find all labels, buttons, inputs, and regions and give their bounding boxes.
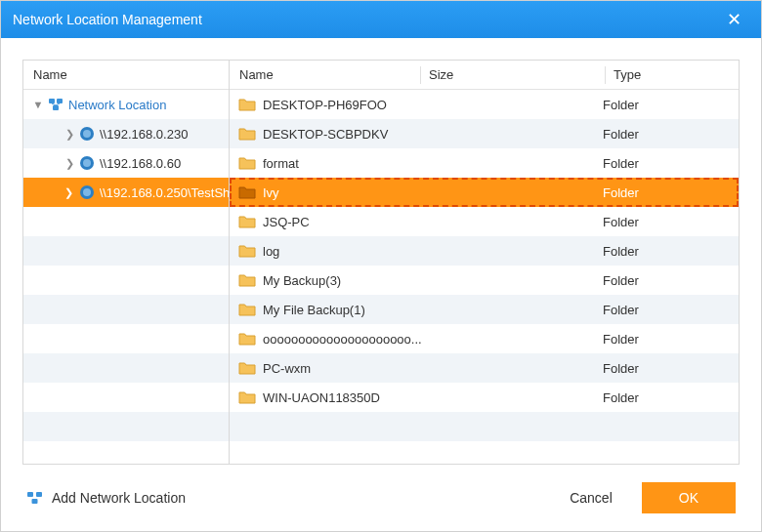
tree-item-label: \\192.168.0.60 xyxy=(100,156,181,171)
file-name: My Backup(3) xyxy=(263,273,427,288)
ok-button[interactable]: OK xyxy=(642,482,736,513)
file-name: JSQ-PC xyxy=(263,215,427,229)
globe-icon xyxy=(78,184,96,201)
file-header-type[interactable]: Type xyxy=(614,67,739,82)
file-type: Folder xyxy=(603,156,739,171)
file-empty-row xyxy=(230,412,739,441)
globe-icon xyxy=(78,154,96,172)
tree-empty-row xyxy=(23,207,229,236)
chevron-right-icon[interactable]: ❯ xyxy=(61,125,78,143)
tree-item-label: \\192.168.0.250\TestSh xyxy=(100,185,229,200)
file-rows: DESKTOP-PH69FOOFolderDESKTOP-SCBPDKVFold… xyxy=(230,90,739,441)
tree-rows: ▼ Network Location ❯ \\192.168.0.230 ❯ xyxy=(23,90,229,441)
add-network-location-label: Add Network Location xyxy=(52,490,186,506)
folder-icon xyxy=(237,329,257,348)
file-row[interactable]: formatFolder xyxy=(230,148,739,178)
add-network-location-button[interactable]: Add Network Location xyxy=(26,490,186,506)
file-row[interactable]: ooooooooooooooooooooo...Folder xyxy=(230,324,739,353)
folder-icon xyxy=(237,212,257,231)
file-row[interactable]: logFolder xyxy=(230,236,739,266)
file-name: ooooooooooooooooooooo... xyxy=(263,332,427,347)
svg-rect-11 xyxy=(27,492,33,497)
title-bar: Network Location Management ✕ xyxy=(1,1,761,38)
tree-empty-row xyxy=(23,236,229,266)
window-title: Network Location Management xyxy=(13,12,202,27)
chevron-right-icon[interactable]: ❯ xyxy=(61,154,78,172)
cancel-button[interactable]: Cancel xyxy=(552,482,630,513)
file-name: Ivy xyxy=(263,185,427,200)
globe-icon xyxy=(78,125,96,143)
close-icon[interactable]: ✕ xyxy=(719,5,749,34)
tree-empty-row xyxy=(23,266,229,295)
file-name: log xyxy=(263,244,427,259)
folder-icon xyxy=(237,358,257,378)
svg-line-3 xyxy=(52,103,56,105)
file-name: PC-wxm xyxy=(263,361,427,376)
file-row[interactable]: My Backup(3)Folder xyxy=(230,266,739,295)
folder-icon xyxy=(237,241,257,261)
file-type: Folder xyxy=(603,361,739,376)
file-type: Folder xyxy=(603,303,739,317)
tree-header-name: Name xyxy=(33,67,67,82)
file-row[interactable]: My File Backup(1)Folder xyxy=(230,295,739,324)
tree-item-label: \\192.168.0.230 xyxy=(100,127,188,142)
file-name: WIN-UAON118350D xyxy=(263,390,427,405)
file-row[interactable]: WIN-UAON118350DFolder xyxy=(230,383,739,412)
file-name: format xyxy=(263,156,427,171)
file-name: DESKTOP-SCBPDKV xyxy=(263,127,427,142)
tree-item-selected[interactable]: ❯ \\192.168.0.250\TestSh xyxy=(23,178,229,207)
footer: Add Network Location Cancel OK xyxy=(1,465,761,531)
column-divider[interactable] xyxy=(420,66,421,84)
svg-rect-1 xyxy=(57,99,63,103)
file-type: Folder xyxy=(603,332,739,347)
svg-rect-2 xyxy=(53,105,59,110)
svg-point-8 xyxy=(83,159,91,167)
chevron-right-icon[interactable]: ❯ xyxy=(61,184,78,201)
file-type: Folder xyxy=(603,185,739,200)
tree-empty-row xyxy=(23,295,229,324)
file-row-selected[interactable]: IvyFolder xyxy=(230,178,739,207)
tree-empty-row xyxy=(23,412,229,441)
file-row[interactable]: DESKTOP-SCBPDKVFolder xyxy=(230,119,739,148)
network-icon xyxy=(47,96,64,113)
tree-pane: Name ▼ Network Location ❯ \\192.168.0.23… xyxy=(22,60,230,465)
file-type: Folder xyxy=(603,215,739,229)
file-header: Name Size Type xyxy=(230,61,739,90)
svg-line-4 xyxy=(56,103,60,105)
folder-icon xyxy=(237,95,257,114)
dialog-window: Network Location Management ✕ Name ▼ Net… xyxy=(0,0,762,532)
file-type: Folder xyxy=(603,98,739,112)
folder-icon xyxy=(237,270,257,290)
svg-point-10 xyxy=(83,188,91,196)
file-name: DESKTOP-PH69FOO xyxy=(263,98,427,112)
file-pane: Name Size Type DESKTOP-PH69FOOFolderDESK… xyxy=(230,60,740,465)
tree-item[interactable]: ❯ \\192.168.0.230 xyxy=(23,119,229,148)
tree-empty-row xyxy=(23,383,229,412)
tree-empty-row xyxy=(23,324,229,353)
file-header-size[interactable]: Size xyxy=(429,67,605,82)
file-type: Folder xyxy=(603,390,739,405)
file-type: Folder xyxy=(603,127,739,142)
tree-root-label: Network Location xyxy=(68,98,166,112)
tree-item[interactable]: ❯ \\192.168.0.60 xyxy=(23,148,229,178)
file-name: My File Backup(1) xyxy=(263,303,427,317)
folder-icon xyxy=(237,153,257,173)
content-area: Name ▼ Network Location ❯ \\192.168.0.23… xyxy=(1,38,761,465)
folder-icon xyxy=(237,124,257,143)
tree-empty-row xyxy=(23,353,229,383)
tree-root[interactable]: ▼ Network Location xyxy=(23,90,229,119)
chevron-down-icon[interactable]: ▼ xyxy=(29,96,47,113)
file-type: Folder xyxy=(603,273,739,288)
network-add-icon xyxy=(26,491,44,505)
file-header-name[interactable]: Name xyxy=(230,67,420,82)
column-divider[interactable] xyxy=(605,66,606,84)
svg-rect-13 xyxy=(32,499,38,504)
tree-header: Name xyxy=(23,61,229,90)
file-row[interactable]: JSQ-PCFolder xyxy=(230,207,739,236)
file-row[interactable]: PC-wxmFolder xyxy=(230,353,739,383)
svg-point-6 xyxy=(83,130,91,138)
folder-icon xyxy=(237,183,257,202)
file-row[interactable]: DESKTOP-PH69FOOFolder xyxy=(230,90,739,119)
svg-rect-12 xyxy=(36,492,42,497)
folder-icon xyxy=(237,388,257,407)
